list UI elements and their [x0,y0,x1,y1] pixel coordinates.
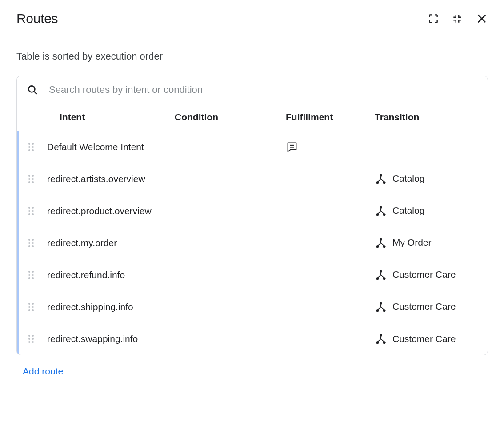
panel-header: Routes [0,0,504,37]
svg-point-12 [32,178,34,180]
transition-label: Customer Care [392,268,456,281]
transition-label: My Order [392,236,432,249]
svg-point-11 [28,178,30,180]
svg-point-20 [28,210,30,212]
svg-point-9 [28,175,30,177]
flow-icon [375,269,387,281]
intent-cell: redirect.refund.info [44,268,175,281]
svg-point-48 [32,306,34,308]
svg-point-58 [28,341,30,343]
panel-content: Table is sorted by execution order Inten… [0,37,504,390]
table-header: Intent Condition Fulfillment Transition [17,104,488,131]
transition-cell: Customer Care [375,333,488,345]
svg-point-54 [28,335,30,337]
svg-point-4 [32,146,34,148]
search-icon [27,84,38,96]
drag-handle-icon[interactable] [19,237,44,249]
flow-icon [375,301,387,313]
svg-point-5 [28,149,30,151]
table-row[interactable]: redirect.my.orderMy Order [17,227,488,259]
svg-point-36 [28,271,30,273]
column-header-intent: Intent [44,112,175,123]
svg-point-23 [32,213,34,215]
svg-point-50 [32,309,34,311]
fulfillment-cell [286,141,375,153]
transition-cell: My Order [375,236,488,249]
svg-point-41 [32,277,34,279]
sort-description: Table is sorted by execution order [16,51,488,62]
svg-point-49 [28,309,30,311]
svg-point-22 [28,213,30,215]
svg-point-32 [32,245,34,247]
flow-icon [375,333,387,345]
drag-handle-icon[interactable] [19,301,44,313]
transition-label: Customer Care [392,300,456,313]
svg-point-40 [28,277,30,279]
table-row[interactable]: redirect.shipping.infoCustomer Care [17,291,488,323]
drag-handle-icon[interactable] [19,205,44,217]
transition-cell: Catalog [375,204,488,217]
transition-cell: Catalog [375,172,488,185]
svg-point-24 [380,206,382,208]
drag-handle-icon[interactable] [19,333,44,345]
svg-point-45 [28,303,30,305]
message-icon [286,141,298,153]
svg-point-60 [380,334,382,337]
svg-point-46 [32,303,34,305]
svg-point-39 [32,274,34,276]
svg-point-10 [32,175,34,177]
svg-point-27 [28,239,30,241]
intent-cell: redirect.artists.overview [44,172,175,185]
table-body: Default Welcome Intentredirect.artists.o… [17,131,488,355]
svg-point-1 [28,143,30,145]
transition-label: Catalog [392,204,424,217]
svg-point-21 [32,210,34,212]
table-row[interactable]: redirect.product.overviewCatalog [17,195,488,227]
svg-point-14 [32,181,34,183]
intent-cell: redirect.product.overview [44,204,175,217]
svg-point-3 [28,146,30,148]
svg-point-2 [32,143,34,145]
table-row[interactable]: redirect.artists.overviewCatalog [17,163,488,195]
intent-cell: redirect.swapping.info [44,332,175,345]
intent-cell: redirect.my.order [44,236,175,249]
svg-point-33 [380,238,382,240]
table-row[interactable]: redirect.swapping.infoCustomer Care [17,323,488,355]
transition-cell: Customer Care [375,268,488,281]
svg-point-57 [32,338,34,340]
routes-table: Intent Condition Fulfillment Transition … [16,76,488,355]
fullscreen-icon[interactable] [428,13,439,24]
transition-cell: Customer Care [375,300,488,313]
svg-point-31 [28,245,30,247]
search-input[interactable] [49,84,478,96]
svg-point-15 [380,174,382,176]
svg-point-55 [32,335,34,337]
svg-point-13 [28,181,30,183]
svg-point-59 [32,341,34,343]
table-row[interactable]: Default Welcome Intent [17,131,488,163]
svg-point-19 [32,207,34,209]
flow-icon [375,205,387,217]
drag-handle-icon[interactable] [19,173,44,185]
search-row [17,76,488,104]
svg-point-37 [32,271,34,273]
exit-fullscreen-icon[interactable] [452,13,463,24]
flow-icon [375,173,387,185]
svg-point-51 [380,302,382,304]
flow-icon [375,237,387,249]
svg-point-56 [28,338,30,340]
close-icon[interactable] [476,12,488,25]
transition-label: Customer Care [392,333,456,345]
add-route-button[interactable]: Add route [16,366,63,377]
column-header-fulfillment: Fulfillment [286,112,375,123]
drag-handle-icon[interactable] [19,269,44,281]
panel-title: Routes [16,11,58,26]
svg-point-28 [32,239,34,241]
drag-handle-icon[interactable] [19,141,44,153]
header-actions [428,12,488,25]
svg-point-42 [380,270,382,272]
svg-point-30 [32,242,34,244]
table-row[interactable]: redirect.refund.infoCustomer Care [17,259,488,291]
transition-label: Catalog [392,172,424,185]
svg-point-0 [28,86,35,92]
